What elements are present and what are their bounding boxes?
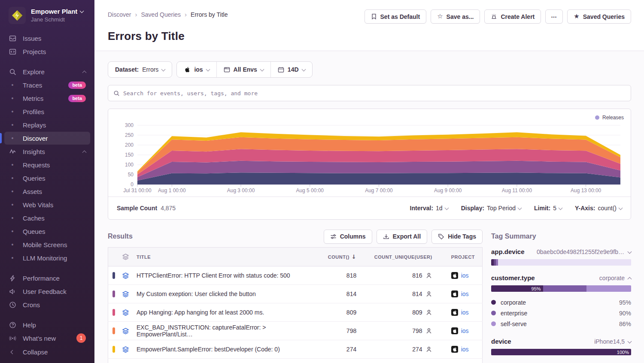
sidebar-item-projects[interactable]: Projects: [4, 45, 90, 58]
saved-queries-button[interactable]: ★ Saved Queries: [567, 9, 631, 24]
yaxis-dropdown[interactable]: Y-Axis:count(): [575, 205, 622, 212]
table-row[interactable]: My Custom exeption: User clicked the but…: [108, 285, 483, 303]
error-title[interactable]: HTTPClientError: HTTP Client Error with …: [137, 272, 290, 279]
project-filter-dropdown[interactable]: ios: [177, 62, 216, 77]
chevron-down-icon: [628, 339, 632, 343]
sidebar-item-label: Queues: [23, 228, 46, 235]
count-value: 809: [346, 309, 356, 316]
sidebar-item-queries[interactable]: •Queries: [4, 172, 90, 185]
breadcrumb-separator: ›: [185, 11, 187, 18]
sidebar-item-traces[interactable]: • Traces beta: [4, 79, 90, 91]
svg-text:250: 250: [125, 132, 134, 138]
stacked-area-chart[interactable]: 050100150200250300Jul 31 00:00Aug 1 00:0…: [115, 122, 624, 195]
column-header-project[interactable]: PROJECT: [451, 254, 475, 260]
table-row[interactable]: HTTPClientError: HTTP Client Error with …: [108, 266, 483, 285]
tag-section-toggle[interactable]: customer.typecorporate: [491, 274, 631, 281]
more-options-button[interactable]: ⋯: [545, 9, 563, 24]
legend-dot: [491, 300, 496, 305]
limit-dropdown[interactable]: Limit:5: [534, 205, 562, 212]
export-all-button[interactable]: Export All: [377, 230, 428, 244]
table-row[interactable]: EmpowerPlant.SampleError: bestDeveloper …: [108, 340, 483, 359]
table-row[interactable]: EXC_BAD_INSTRUCTION: captureFatalError: …: [108, 322, 483, 340]
tag-legend-row[interactable]: corporate95%: [491, 297, 631, 308]
project-link[interactable]: ios: [461, 309, 469, 316]
project-link[interactable]: ios: [461, 290, 469, 297]
sidebar-section-explore[interactable]: Explore: [4, 65, 90, 78]
sidebar-collapse-button[interactable]: Collapse: [4, 345, 90, 358]
sidebar-item-mobile-screens[interactable]: •Mobile Screens: [4, 238, 90, 251]
project-link[interactable]: ios: [461, 327, 469, 334]
sidebar-item-user-feedback[interactable]: User Feedback: [4, 285, 90, 298]
expand-stack-button[interactable]: [122, 327, 130, 335]
column-header-count[interactable]: COUNT(): [328, 254, 349, 260]
tag-distribution-bar[interactable]: 100%: [491, 349, 631, 355]
calendar-icon: [278, 67, 284, 73]
table-row[interactable]: App Hanging: App hanging for at least 20…: [108, 303, 483, 322]
sidebar-item-label: Discover: [23, 135, 48, 142]
sidebar-item-label: Mobile Screens: [23, 241, 67, 248]
project-link[interactable]: ios: [461, 272, 469, 279]
series-color-bar: [112, 272, 115, 279]
chart-footer: Sample Count4,875 Interval:1d Display:To…: [108, 197, 631, 219]
sidebar-item-discover[interactable]: • Discover: [4, 132, 90, 145]
breadcrumb-discover[interactable]: Discover: [108, 11, 131, 18]
expand-stack-button[interactable]: [122, 272, 130, 279]
column-header-title[interactable]: TITLE: [137, 254, 151, 260]
sidebar-item-help[interactable]: Help: [4, 318, 90, 331]
tag-distribution-bar[interactable]: 95%: [491, 285, 631, 292]
date-range-dropdown[interactable]: 14D: [271, 62, 312, 77]
set-as-default-button[interactable]: Set as Default: [365, 9, 427, 24]
breadcrumb-saved-queries[interactable]: Saved Queries: [141, 11, 181, 18]
interval-dropdown[interactable]: Interval:1d: [410, 205, 448, 212]
hide-tags-button[interactable]: Hide Tags: [431, 230, 483, 244]
sidebar-item-caches[interactable]: •Caches: [4, 212, 90, 224]
sidebar-item-metrics[interactable]: • Metrics beta: [4, 92, 90, 105]
columns-button[interactable]: Columns: [324, 230, 372, 244]
environment-filter-dropdown[interactable]: All Envs: [217, 62, 271, 77]
org-switcher[interactable]: Empower Plant Jane Schmidt: [0, 7, 94, 32]
sidebar-section-insights[interactable]: Insights: [4, 145, 90, 158]
table-row[interactable]: EmpowerPlant.SampleError: happyCustomer …: [108, 359, 483, 363]
error-title[interactable]: EmpowerPlant.SampleError: bestDeveloper …: [137, 346, 280, 353]
tag-bar-segment: [498, 259, 631, 266]
project-link[interactable]: ios: [461, 346, 469, 353]
expand-stack-button[interactable]: [122, 346, 130, 353]
sidebar-item-llm-monitoring[interactable]: •LLM Monitoring: [4, 251, 90, 264]
sidebar-item-web-vitals[interactable]: •Web Vitals: [4, 198, 90, 211]
column-header-count-unique[interactable]: COUNT_UNIQUE(USER): [374, 254, 432, 260]
sidebar-item-whats-new[interactable]: What's new 1: [4, 332, 90, 345]
tag-section-toggle[interactable]: app.device0baebc0de4982f1255f2e9e9fb7…: [491, 248, 631, 255]
sidebar-item-assets[interactable]: •Assets: [4, 185, 90, 198]
tag-legend-row[interactable]: self-serve86%: [491, 318, 631, 329]
chart-legend[interactable]: Releases: [115, 113, 624, 122]
error-title[interactable]: App Hanging: App hanging for at least 20…: [137, 309, 264, 316]
sidebar-item-requests[interactable]: •Requests: [4, 158, 90, 171]
error-title[interactable]: EXC_BAD_INSTRUCTION: captureFatalError: …: [137, 324, 311, 338]
tag-name: device: [491, 338, 511, 345]
sort-desc-icon[interactable]: ↓: [352, 254, 356, 260]
sidebar-item-queues[interactable]: •Queues: [4, 225, 90, 238]
save-as-button[interactable]: ☆ Save as...: [431, 9, 480, 24]
display-dropdown[interactable]: Display:Top Period: [461, 205, 521, 212]
user-icon: [425, 309, 432, 316]
search-input[interactable]: [123, 90, 626, 97]
count-value: 274: [346, 346, 356, 353]
tag-distribution-bar[interactable]: [491, 259, 631, 266]
create-alert-button[interactable]: Create Alert: [484, 9, 541, 24]
legend-dot: [491, 321, 496, 326]
sidebar-item-crons[interactable]: Crons: [4, 298, 90, 311]
expand-stack-button[interactable]: [122, 290, 130, 298]
tag-legend-row[interactable]: enterprise90%: [491, 308, 631, 318]
tag-section-customer.type: customer.typecorporate95%corporate95%ent…: [491, 274, 631, 329]
error-title[interactable]: My Custom exeption: User clicked the but…: [137, 290, 256, 297]
sidebar-item-performance[interactable]: Performance: [4, 272, 90, 284]
releases-legend-dot: [595, 115, 599, 120]
sidebar-item-label: Help: [23, 321, 36, 329]
expand-stack-button[interactable]: [122, 309, 130, 316]
sidebar-item-replays[interactable]: • Replays: [4, 118, 90, 131]
dataset-dropdown[interactable]: Dataset: Errors: [108, 61, 172, 78]
sidebar-item-issues[interactable]: Issues: [4, 32, 90, 45]
sidebar-item-profiles[interactable]: • Profiles: [4, 105, 90, 118]
tag-section-device: deviceiPhone14,5100%: [491, 338, 631, 355]
tag-section-toggle[interactable]: deviceiPhone14,5: [491, 338, 631, 345]
